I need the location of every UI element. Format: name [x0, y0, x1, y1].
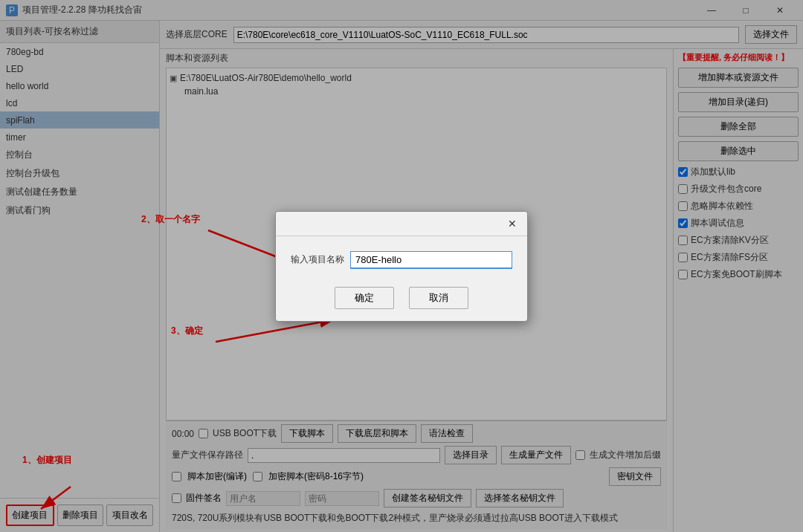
modal-overlay: ✕ 输入项目名称 确定 取消: [0, 0, 803, 532]
modal-cancel-button[interactable]: 取消: [409, 287, 468, 309]
modal-titlebar: ✕: [276, 212, 527, 236]
modal-input-row: 输入项目名称: [291, 251, 512, 269]
modal-project-name-input[interactable]: [350, 251, 512, 269]
modal-confirm-button[interactable]: 确定: [335, 287, 394, 309]
modal-input-label: 输入项目名称: [291, 253, 344, 266]
modal-dialog: ✕ 输入项目名称 确定 取消: [275, 211, 528, 322]
modal-close-button[interactable]: ✕: [505, 216, 520, 231]
modal-footer: 确定 取消: [276, 281, 527, 321]
modal-body: 输入项目名称: [276, 236, 527, 281]
